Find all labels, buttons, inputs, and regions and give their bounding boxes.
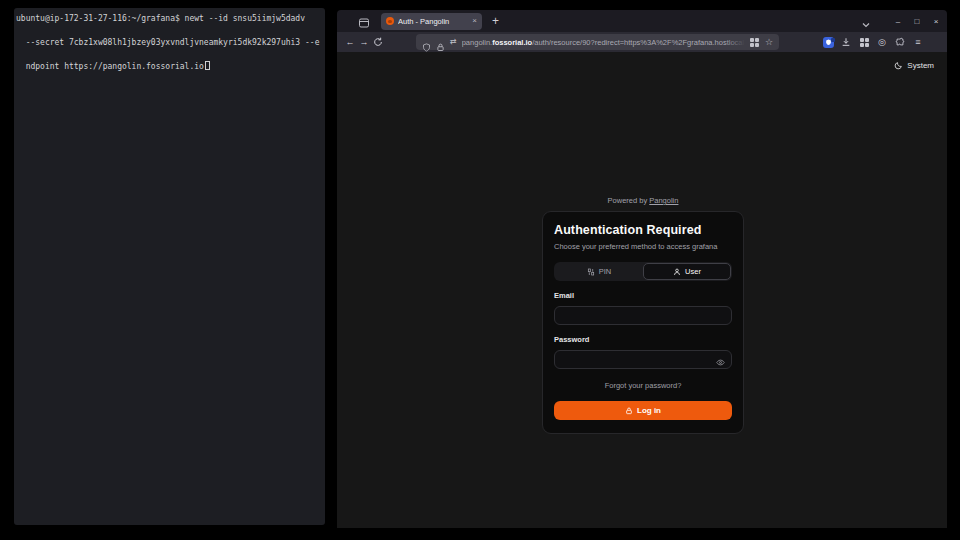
powered-by-text: Powered by — [608, 196, 648, 205]
login-button[interactable]: Log in — [554, 401, 732, 420]
extensions-puzzle-button[interactable] — [891, 37, 909, 47]
page-content: System Powered by Pangolin Authenticatio… — [337, 52, 947, 528]
auth-card: Authentication Required Choose your pref… — [542, 211, 744, 434]
login-button-label: Log in — [637, 406, 661, 415]
firefox-view-icon[interactable] — [358, 15, 370, 27]
bookmark-star-icon[interactable]: ☆ — [765, 38, 773, 47]
email-field[interactable] — [554, 306, 732, 325]
window-controls: – □ × — [893, 17, 941, 26]
terminal-window[interactable]: ubuntu@ip-172-31-27-116:~/grafana$ newt … — [14, 8, 325, 525]
theme-toggle[interactable]: System — [894, 61, 934, 70]
list-tabs-chevron-icon[interactable] — [861, 16, 871, 26]
forgot-password-link[interactable]: Forgot your password? — [554, 381, 732, 390]
auth-container: Powered by Pangolin Authentication Requi… — [542, 196, 744, 434]
back-button[interactable]: ← — [343, 37, 357, 47]
url-text[interactable]: pangolin.fossorial.io/auth/resource/90?r… — [462, 38, 745, 47]
squares-extension-button[interactable] — [855, 38, 873, 47]
password-field[interactable] — [554, 350, 732, 369]
tab-user[interactable]: User — [643, 263, 731, 280]
reload-button[interactable] — [371, 37, 385, 48]
pangolin-favicon-icon — [386, 17, 394, 25]
auth-method-tabs: PIN User — [554, 262, 732, 281]
terminal-line: ndpoint https://pangolin.fossorial.io — [26, 62, 204, 71]
squares-grid-icon — [860, 38, 869, 47]
maximize-button[interactable]: □ — [912, 17, 922, 26]
binary-icon — [587, 268, 595, 276]
tab-title: Auth - Pangolin — [398, 17, 468, 26]
email-label: Email — [554, 291, 732, 300]
forward-button[interactable]: → — [357, 37, 371, 47]
url-subdomain: pangolin. — [462, 38, 492, 47]
card-title: Authentication Required — [554, 223, 732, 237]
tab-user-label: User — [685, 267, 701, 276]
tab-pin[interactable]: PIN — [555, 263, 643, 280]
url-domain: fossorial.io — [492, 38, 532, 47]
url-end-icons: ☆ — [750, 38, 773, 47]
moon-icon — [894, 61, 903, 70]
tab-pin-label: PIN — [599, 267, 612, 276]
show-password-eye-icon[interactable] — [716, 353, 725, 362]
navigation-bar: ← → ⇄ pangolin.fossorial.io/auth/resourc… — [337, 32, 947, 52]
theme-label: System — [907, 61, 934, 70]
menu-hamburger-button[interactable]: ≡ — [909, 37, 927, 47]
url-bar[interactable]: ⇄ pangolin.fossorial.io/auth/resource/90… — [416, 34, 779, 50]
minimize-button[interactable]: – — [893, 17, 903, 26]
tab-close-icon[interactable]: × — [472, 17, 477, 25]
browser-tab-auth-pangolin[interactable]: Auth - Pangolin × — [381, 13, 482, 30]
login-lock-icon — [625, 407, 633, 415]
extension-shield-button[interactable] — [819, 37, 837, 48]
close-window-button[interactable]: × — [931, 17, 941, 26]
terminal-cursor — [205, 61, 210, 70]
tracking-shield-icon[interactable] — [422, 38, 431, 47]
downloads-button[interactable] — [837, 37, 855, 47]
url-path: /auth/resource/90?redirect=https%3A%2F%2… — [532, 38, 745, 47]
user-icon — [673, 268, 681, 276]
container-grid-icon[interactable] — [750, 38, 759, 47]
new-tab-button[interactable]: + — [492, 14, 499, 28]
pangolin-link[interactable]: Pangolin — [649, 196, 678, 205]
lock-icon[interactable] — [436, 38, 445, 47]
password-label: Password — [554, 335, 732, 344]
extension-badge — [831, 38, 835, 42]
circle-extension-button[interactable]: ◎ — [873, 37, 891, 47]
card-subtitle: Choose your preferred method to access g… — [554, 242, 732, 251]
url-fade — [725, 38, 745, 47]
terminal-line: ubuntu@ip-172-31-27-116:~/grafana$ newt … — [16, 14, 305, 23]
powered-by: Powered by Pangolin — [542, 196, 744, 205]
toolbar-right-icons: ◎ ≡ — [819, 37, 927, 48]
terminal-line: --secret 7cbz1xw08lh1jbzey03yxvndljvneam… — [26, 38, 320, 47]
browser-window: Auth - Pangolin × + – □ × ← → — [337, 10, 947, 528]
tab-bar: Auth - Pangolin × + – □ × — [337, 10, 947, 32]
switch-protocol-icon: ⇄ — [450, 38, 457, 46]
